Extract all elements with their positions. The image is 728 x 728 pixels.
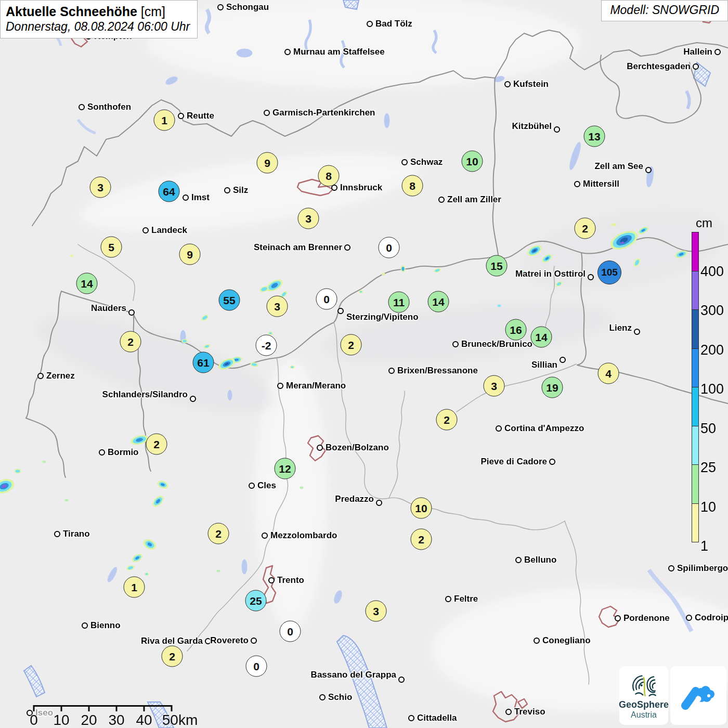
city-dot xyxy=(452,341,459,347)
city-label: Steinach am Brenner xyxy=(254,242,342,253)
station-snow-value: 2 xyxy=(120,331,141,353)
station-snow-value: 3 xyxy=(90,177,111,198)
city-label: Tirano xyxy=(63,529,90,539)
station-snow-value: 2 xyxy=(162,646,183,667)
city-label: Bozen/Bolzano xyxy=(326,443,389,453)
city-label: Predazzo xyxy=(335,494,374,504)
station-snow-value: 0 xyxy=(246,656,267,677)
city-label: Riva del Garda xyxy=(141,636,203,646)
city-label: Innsbruck xyxy=(340,183,382,193)
station-snow-value: 105 xyxy=(597,261,621,284)
city-dot xyxy=(505,709,512,715)
station-snow-value: 14 xyxy=(428,291,449,313)
city-label: Trento xyxy=(277,575,304,586)
geosphere-logo-name: GeoSphere xyxy=(619,699,669,710)
city-label: Bienno xyxy=(90,620,121,631)
city-dot xyxy=(686,615,692,621)
station-snow-value: 13 xyxy=(584,126,605,147)
city-dot xyxy=(217,4,224,10)
scale-bar-tick xyxy=(88,705,90,711)
city-dot xyxy=(178,113,184,119)
city-dot xyxy=(438,197,445,203)
city-dot xyxy=(634,329,640,335)
legend-color-segment xyxy=(692,271,699,310)
legend-color-segment xyxy=(692,426,699,465)
station-snow-value: 3 xyxy=(366,601,387,622)
city-label: Schwaz xyxy=(410,157,443,167)
city-dot xyxy=(560,357,566,363)
city-label: Brixen/Bressanone xyxy=(397,366,478,376)
city-dot xyxy=(534,638,540,644)
station-snow-value: 2 xyxy=(436,409,458,431)
station-snow-value: 2 xyxy=(341,334,362,356)
station-snow-value: 5 xyxy=(101,237,122,258)
city-dot xyxy=(645,167,652,173)
city-dot xyxy=(574,181,580,187)
city-dot xyxy=(554,126,560,133)
station-snow-value: 4 xyxy=(598,363,619,384)
city-dot xyxy=(79,104,85,110)
snow-depth-legend: cm 4003002001005025101 xyxy=(692,232,699,542)
city-label: Cittadella xyxy=(417,713,457,723)
city-label: Murnau am Staffelsee xyxy=(293,47,385,57)
map-subtitle: Donnerstag, 08.08.2024 06:00 Uhr xyxy=(6,20,190,34)
station-snow-value: 8 xyxy=(402,175,423,197)
legend-color-segment xyxy=(692,348,699,388)
station-snow-value: 0 xyxy=(280,621,301,642)
city-dot xyxy=(268,577,275,583)
city-label: Belluno xyxy=(524,555,556,565)
station-snow-value: 9 xyxy=(257,152,278,174)
scale-bar-tick xyxy=(144,705,145,711)
scale-bar-label: 10 xyxy=(53,712,69,728)
city-label: Imst xyxy=(191,192,210,203)
map-title-unit: [cm] xyxy=(137,4,165,19)
city-label: Zell am Ziller xyxy=(447,194,501,205)
city-label: Lienz xyxy=(609,323,632,333)
station-snow-value: 3 xyxy=(484,375,505,397)
city-dot xyxy=(401,159,408,165)
station-snow-value: 55 xyxy=(219,290,240,311)
city-dot xyxy=(142,227,149,233)
city-dot xyxy=(277,383,283,389)
city-label: Bassano del Grappa xyxy=(311,670,396,680)
city-label: Reutte xyxy=(187,111,214,121)
city-dot xyxy=(496,425,502,432)
city-label: Zell am See xyxy=(594,161,643,172)
city-label: Meran/Merano xyxy=(286,381,346,391)
station-snow-value: 64 xyxy=(159,181,180,202)
station-snow-value: 2 xyxy=(411,529,432,550)
city-label: Cles xyxy=(257,480,276,491)
city-label: Hallein xyxy=(683,47,712,57)
station-snow-value: -2 xyxy=(256,335,277,356)
city-dot xyxy=(37,373,44,379)
geosphere-logo-sub: Austria xyxy=(631,710,657,720)
city-dot xyxy=(367,21,373,27)
station-snow-value: 12 xyxy=(275,458,296,479)
partner-logo-box xyxy=(670,666,726,725)
legend-tick-label: 300 xyxy=(700,303,724,319)
legend-tick-label: 10 xyxy=(700,499,716,515)
station-snow-value: 0 xyxy=(316,289,337,310)
station-snow-value: 25 xyxy=(245,590,267,612)
city-dot xyxy=(190,396,196,402)
city-label: Schongau xyxy=(226,2,269,12)
city-dot xyxy=(183,194,189,201)
city-label: Bormio xyxy=(108,447,139,458)
legend-color-segment xyxy=(692,309,699,349)
city-label: Silz xyxy=(233,185,248,196)
scale-bar-line xyxy=(34,705,172,707)
city-label: Conegliano xyxy=(542,635,591,646)
station-snow-value: 2 xyxy=(208,523,229,544)
city-label: Sonthofen xyxy=(87,102,131,112)
station-snow-value: 11 xyxy=(388,292,410,313)
geosphere-logo-box: GeoSphere Austria xyxy=(619,666,668,725)
city-label: Nauders xyxy=(91,303,126,314)
mountain-cloud-icon xyxy=(681,682,716,710)
city-label: Cortina d'Ampezzo xyxy=(504,423,584,434)
scale-bar-tick xyxy=(116,705,118,711)
station-snow-value: 19 xyxy=(542,377,563,398)
station-snow-value: 2 xyxy=(575,218,596,239)
model-label: Modell: SNOWGRID xyxy=(601,0,728,21)
city-dot xyxy=(693,63,699,70)
scale-bar-label: 0 xyxy=(30,712,38,728)
